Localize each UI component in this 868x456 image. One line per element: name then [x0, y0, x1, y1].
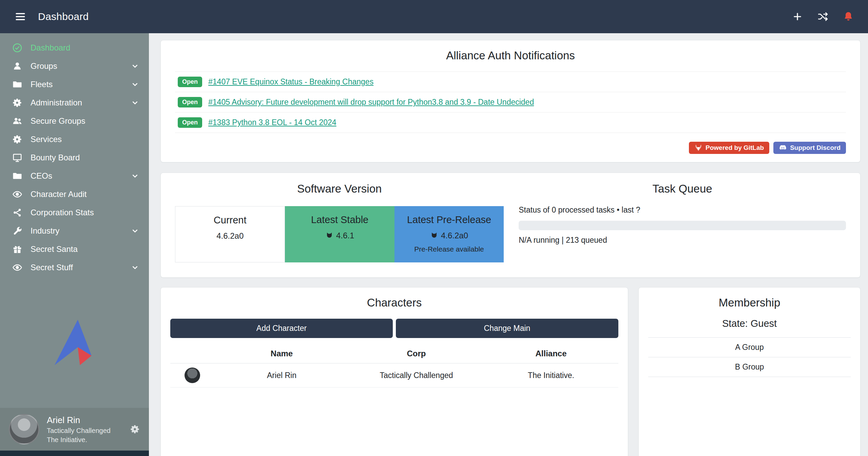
sidebar-item-groups[interactable]: Groups: [0, 57, 149, 75]
notification-link[interactable]: #1405 Advisory: Future development will …: [208, 98, 534, 107]
character-alliance: The Initiative.: [484, 371, 618, 380]
prerelease-note: Pre-Release available: [394, 245, 504, 253]
bottom-row: Characters Add Character Change Main Nam…: [160, 287, 861, 456]
eye-icon: [12, 189, 23, 199]
wrench-icon: [12, 226, 23, 236]
membership-title: Membership: [648, 296, 851, 309]
sidebar-item-label: Secure Groups: [31, 116, 85, 126]
users-icon: [12, 116, 23, 126]
sidebar-nav: Dashboard Groups Fleets Administration: [0, 33, 149, 277]
sidebar-item-label: Fleets: [31, 80, 53, 89]
hamburger-icon: [14, 11, 26, 23]
add-character-button[interactable]: Add Character: [170, 319, 393, 338]
column-header-corp: Corp: [349, 349, 484, 358]
sidebar-item-label: CEOs: [31, 171, 52, 181]
sidebar: Dashboard Groups Fleets Administration: [0, 33, 149, 456]
task-queue-summary: N/A running | 213 queued: [519, 236, 846, 245]
version-taskqueue-card: Software Version Current 4.6.2a0 Latest …: [160, 173, 861, 278]
status-badge: Open: [178, 117, 202, 128]
sidebar-item-character-audit[interactable]: Character Audit: [0, 185, 149, 203]
task-queue-progressbar: [519, 221, 846, 230]
external-badges: Powered by GitLab Support Discord: [175, 142, 846, 154]
menu-toggle-button[interactable]: [14, 11, 26, 23]
user-avatar: [9, 414, 39, 444]
sidebar-item-dashboard[interactable]: Dashboard: [0, 39, 149, 57]
table-row: Ariel Rin Tactically Challenged The Init…: [170, 363, 618, 388]
software-version-section: Software Version Current 4.6.2a0 Latest …: [175, 182, 504, 262]
version-boxes: Current 4.6.2a0 Latest Stable 4.6.1 Late…: [175, 206, 504, 262]
notification-link[interactable]: #1407 EVE Equinox Status - Breaking Chan…: [208, 77, 373, 86]
sidebar-item-label: Administration: [31, 98, 82, 107]
version-box-stable: Latest Stable 4.6.1: [285, 206, 394, 262]
list-item: A Group: [648, 338, 851, 357]
membership-card: Membership State: Guest A Group B Group: [638, 287, 861, 456]
sidebar-item-label: Secret Santa: [31, 244, 78, 254]
notifications-bell-icon[interactable]: [843, 11, 854, 22]
gitlab-icon: [694, 144, 702, 152]
top-navbar: Dashboard: [0, 0, 868, 33]
membership-state: State: Guest: [648, 318, 851, 329]
sidebar-item-label: Services: [31, 135, 62, 144]
shuffle-icon[interactable]: [817, 11, 829, 22]
sidebar-item-label: Groups: [31, 61, 57, 71]
change-main-button[interactable]: Change Main: [396, 319, 618, 338]
sidebar-item-label: Corporation Stats: [31, 208, 94, 217]
user-alliance: The Initiative.: [47, 436, 111, 444]
sidebar-item-ceos[interactable]: CEOs: [0, 167, 149, 185]
version-tag-icon: [430, 232, 438, 240]
sidebar-item-secure-groups[interactable]: Secure Groups: [0, 112, 149, 130]
sidebar-item-label: Secret Stuff: [31, 263, 73, 272]
user-corp: Tactically Challenged: [47, 427, 111, 435]
folder-icon: [12, 171, 23, 181]
gears-icon: [12, 98, 23, 108]
discord-badge[interactable]: Support Discord: [773, 142, 846, 154]
alliance-logo: [47, 319, 102, 366]
sidebar-item-label: Dashboard: [31, 43, 70, 53]
notification-row: Open #1407 EVE Equinox Status - Breaking…: [175, 72, 846, 92]
alliance-logo-wrap: [0, 277, 149, 408]
character-name: Ariel Rin: [214, 371, 349, 380]
sidebar-item-fleets[interactable]: Fleets: [0, 75, 149, 94]
folder-icon: [12, 79, 23, 90]
sidebar-item-services[interactable]: Services: [0, 130, 149, 148]
main-content: Alliance Auth Notifications Open #1407 E…: [149, 33, 868, 456]
sidebar-item-bounty-board[interactable]: Bounty Board: [0, 148, 149, 167]
notification-link[interactable]: #1383 Python 3.8 EOL - 14 Oct 2024: [208, 118, 336, 127]
character-buttons: Add Character Change Main: [170, 319, 618, 338]
sidebar-item-label: Character Audit: [31, 190, 86, 199]
sidebar-item-administration[interactable]: Administration: [0, 94, 149, 112]
add-icon[interactable]: [792, 11, 803, 22]
list-item: B Group: [648, 357, 851, 377]
discord-badge-label: Support Discord: [790, 144, 841, 152]
version-tag-icon: [325, 232, 333, 240]
current-version: 4.6.2a0: [216, 231, 244, 241]
chevron-down-icon: [131, 172, 139, 180]
gitlab-badge-label: Powered by GitLab: [706, 144, 764, 152]
version-box-prerelease: Latest Pre-Release 4.6.2a0 Pre-Release a…: [394, 206, 504, 262]
sidebar-bottom-strip: [0, 451, 149, 456]
user-name: Ariel Rin: [47, 415, 111, 425]
gitlab-badge[interactable]: Powered by GitLab: [689, 142, 769, 154]
sidebar-item-secret-santa[interactable]: Secret Santa: [0, 240, 149, 258]
sidebar-item-label: Bounty Board: [31, 153, 80, 162]
check-circle-icon: [12, 43, 23, 53]
sidebar-item-industry[interactable]: Industry: [0, 222, 149, 240]
task-queue-section: Task Queue Status of 0 processed tasks •…: [519, 182, 846, 262]
user-panel: Ariel Rin Tactically Challenged The Init…: [0, 408, 149, 451]
column-header-name: Name: [214, 349, 349, 358]
task-queue-title: Task Queue: [519, 182, 846, 195]
chevron-down-icon: [131, 80, 139, 89]
sidebar-item-secret-stuff[interactable]: Secret Stuff: [0, 258, 149, 277]
sidebar-item-corporation-stats[interactable]: Corporation Stats: [0, 203, 149, 222]
column-header-alliance: Alliance: [484, 349, 618, 358]
version-box-label: Latest Pre-Release: [394, 214, 504, 225]
characters-title: Characters: [170, 296, 618, 309]
version-box-label: Current: [175, 215, 285, 226]
chevron-down-icon: [131, 226, 139, 235]
notification-row: Open #1405 Advisory: Future development …: [175, 92, 846, 113]
discord-icon: [779, 144, 787, 152]
sidebar-item-label: Industry: [31, 226, 59, 236]
user-settings-gear-icon[interactable]: [130, 424, 140, 434]
notifications-list: Open #1407 EVE Equinox Status - Breaking…: [175, 72, 846, 133]
stable-version: 4.6.1: [336, 231, 354, 240]
